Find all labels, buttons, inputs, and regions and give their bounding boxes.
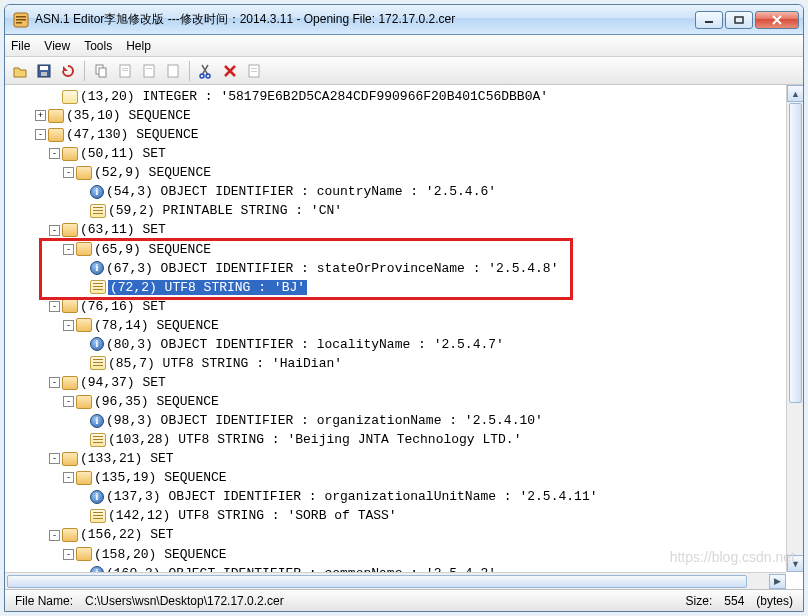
node-label[interactable]: (65,9) SEQUENCE — [94, 242, 211, 257]
node-label[interactable]: (98,3) OBJECT IDENTIFIER : organizationN… — [106, 413, 543, 428]
vertical-scrollbar[interactable]: ▲ ▼ — [786, 85, 803, 572]
menu-tools[interactable]: Tools — [84, 39, 112, 53]
node-label[interactable]: (59,2) PRINTABLE STRING : 'CN' — [108, 203, 342, 218]
node-label[interactable]: (137,3) OBJECT IDENTIFIER : organization… — [106, 489, 597, 504]
close-button[interactable] — [755, 11, 799, 29]
node-label[interactable]: (156,22) SET — [80, 528, 174, 543]
tree-node[interactable]: -(52,9) SEQUENCE — [5, 163, 803, 182]
menu-view[interactable]: View — [44, 39, 70, 53]
tree-node[interactable]: -(47,130) SEQUENCE — [5, 125, 803, 144]
delete-button[interactable] — [219, 60, 241, 82]
seq-node-icon — [76, 166, 92, 180]
collapse-icon[interactable]: - — [63, 472, 74, 483]
collapse-icon[interactable]: - — [49, 148, 60, 159]
tree-node[interactable]: (67,3) OBJECT IDENTIFIER : stateOrProvin… — [5, 259, 803, 278]
seq-node-icon — [48, 109, 64, 123]
scroll-up-icon[interactable]: ▲ — [787, 85, 803, 102]
collapse-icon[interactable]: - — [63, 320, 74, 331]
tree-node[interactable]: (103,28) UTF8 STRING : 'Beijing JNTA Tec… — [5, 430, 803, 449]
node-label[interactable]: (96,35) SEQUENCE — [94, 394, 219, 409]
node-label[interactable]: (85,7) UTF8 STRING : 'HaiDian' — [108, 356, 342, 371]
tree-node[interactable]: -(94,37) SET — [5, 373, 803, 392]
node-label[interactable]: (142,12) UTF8 STRING : 'SORB of TASS' — [108, 508, 397, 523]
tree-node[interactable]: -(76,16) SET — [5, 297, 803, 316]
node-label[interactable]: (76,16) SET — [80, 299, 166, 314]
node-label[interactable]: (94,37) SET — [80, 375, 166, 390]
node-label[interactable]: (67,3) OBJECT IDENTIFIER : stateOrProvin… — [106, 261, 558, 276]
tree-node[interactable]: -(158,20) SEQUENCE — [5, 545, 803, 564]
set-node-icon — [62, 147, 78, 161]
node-label[interactable]: (72,2) UTF8 STRING : 'BJ' — [108, 280, 307, 295]
tree-node[interactable]: (85,7) UTF8 STRING : 'HaiDian' — [5, 354, 803, 373]
open-button[interactable] — [9, 60, 31, 82]
node-label[interactable]: (63,11) SET — [80, 223, 166, 238]
collapse-icon[interactable]: - — [49, 301, 60, 312]
doc3-button[interactable] — [162, 60, 184, 82]
tree-node[interactable]: (72,2) UTF8 STRING : 'BJ' — [5, 278, 803, 297]
tree-node[interactable]: -(135,19) SEQUENCE — [5, 468, 803, 487]
scroll-down-icon[interactable]: ▼ — [787, 555, 803, 572]
expand-icon[interactable]: + — [35, 110, 46, 121]
tree-node[interactable]: -(133,21) SET — [5, 449, 803, 468]
paste-button[interactable] — [243, 60, 265, 82]
collapse-icon[interactable]: - — [49, 377, 60, 388]
tree-node[interactable]: (80,3) OBJECT IDENTIFIER : localityName … — [5, 335, 803, 354]
scroll-thumb-vertical[interactable] — [789, 103, 802, 403]
tree-node[interactable]: (142,12) UTF8 STRING : 'SORB of TASS' — [5, 506, 803, 525]
node-label[interactable]: (47,130) SEQUENCE — [66, 127, 199, 142]
collapse-icon[interactable]: - — [63, 549, 74, 560]
collapse-icon[interactable]: - — [35, 129, 46, 140]
node-label[interactable]: (35,10) SEQUENCE — [66, 108, 191, 123]
collapse-icon[interactable]: - — [49, 453, 60, 464]
app-window: ASN.1 Editor李旭修改版 ---修改时间：2014.3.11 - Op… — [4, 4, 804, 612]
asn1-tree[interactable]: (13,20) INTEGER : '58179E6B2D5CA284CDF99… — [5, 85, 803, 589]
node-label[interactable]: (54,3) OBJECT IDENTIFIER : countryName :… — [106, 184, 496, 199]
tree-node[interactable]: -(78,14) SEQUENCE — [5, 316, 803, 335]
node-label[interactable]: (135,19) SEQUENCE — [94, 470, 227, 485]
titlebar[interactable]: ASN.1 Editor李旭修改版 ---修改时间：2014.3.11 - Op… — [5, 5, 803, 35]
collapse-icon[interactable]: - — [49, 530, 60, 541]
node-label[interactable]: (103,28) UTF8 STRING : 'Beijing JNTA Tec… — [108, 432, 521, 447]
tree-node[interactable]: -(65,9) SEQUENCE — [5, 240, 803, 259]
collapse-icon[interactable]: - — [63, 396, 74, 407]
tree-node[interactable]: -(156,22) SET — [5, 525, 803, 544]
set-node-icon — [62, 299, 78, 313]
tree-node[interactable]: (98,3) OBJECT IDENTIFIER : organizationN… — [5, 411, 803, 430]
doc2-button[interactable] — [138, 60, 160, 82]
node-label[interactable]: (80,3) OBJECT IDENTIFIER : localityName … — [106, 337, 504, 352]
refresh-button[interactable] — [57, 60, 79, 82]
node-label[interactable]: (52,9) SEQUENCE — [94, 165, 211, 180]
node-label[interactable]: (78,14) SEQUENCE — [94, 318, 219, 333]
tree-node[interactable]: -(50,11) SET — [5, 144, 803, 163]
tree-node[interactable]: (13,20) INTEGER : '58179E6B2D5CA284CDF99… — [5, 87, 803, 106]
copy-button[interactable] — [90, 60, 112, 82]
scroll-right-icon[interactable]: ▶ — [769, 574, 786, 589]
save-button[interactable] — [33, 60, 55, 82]
tree-node[interactable]: -(63,11) SET — [5, 220, 803, 239]
horizontal-scrollbar[interactable]: ▶ — [5, 572, 786, 589]
tree-node[interactable]: -(96,35) SEQUENCE — [5, 392, 803, 411]
tree-node[interactable]: (54,3) OBJECT IDENTIFIER : countryName :… — [5, 182, 803, 201]
menu-file[interactable]: File — [11, 39, 30, 53]
node-label[interactable]: (133,21) SET — [80, 451, 174, 466]
scroll-thumb-horizontal[interactable] — [7, 575, 747, 588]
node-label[interactable]: (13,20) INTEGER : '58179E6B2D5CA284CDF99… — [80, 89, 548, 104]
maximize-button[interactable] — [725, 11, 753, 29]
tree-node[interactable]: (137,3) OBJECT IDENTIFIER : organization… — [5, 487, 803, 506]
node-label[interactable]: (158,20) SEQUENCE — [94, 547, 227, 562]
collapse-icon[interactable]: - — [49, 225, 60, 236]
svg-point-17 — [200, 74, 204, 78]
tree-node[interactable]: +(35,10) SEQUENCE — [5, 106, 803, 125]
tree-node[interactable]: (59,2) PRINTABLE STRING : 'CN' — [5, 201, 803, 220]
seq-node-icon — [76, 318, 92, 332]
str-node-icon — [90, 356, 106, 370]
node-label[interactable]: (50,11) SET — [80, 146, 166, 161]
doc1-button[interactable] — [114, 60, 136, 82]
cut-button[interactable] — [195, 60, 217, 82]
collapse-icon[interactable]: - — [63, 167, 74, 178]
minimize-button[interactable] — [695, 11, 723, 29]
menu-help[interactable]: Help — [126, 39, 151, 53]
collapse-icon[interactable]: - — [63, 244, 74, 255]
filename-value: C:\Users\wsn\Desktop\172.17.0.2.cer — [81, 594, 678, 608]
svg-rect-15 — [146, 68, 152, 69]
